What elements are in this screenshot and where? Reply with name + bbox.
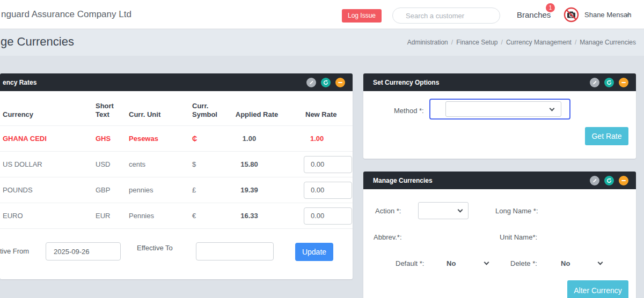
breadcrumb-manage-currencies: Manage Currencies [580,39,636,46]
get-rate-button[interactable]: Get Rate [585,127,628,145]
default-select[interactable]: No [447,259,456,267]
edit-icon[interactable] [590,176,599,185]
breadcrumb-administration[interactable]: Administration [407,39,448,46]
currency-rates-table: Currency Short Text Curr. Unit Curr. Sym… [0,91,353,229]
action-select[interactable] [418,202,469,219]
breadcrumb-currency-management[interactable]: Currency Management [506,39,572,46]
table-row-ghana-cedi: GHANA CEDI GHS Pesewas ₵ 1.00 1.00 [0,126,353,152]
collapse-icon[interactable] [619,78,628,87]
chevron-down-icon[interactable] [484,260,489,265]
column-header-curr-symbol: Curr. Symbol [192,102,230,119]
user-menu[interactable]: Shane Mensah [584,11,631,19]
effective-to-input[interactable] [196,242,274,260]
search-input[interactable] [406,9,494,23]
column-header-short-text: Short Text [96,102,129,119]
column-header-curr-unit: Curr. Unit [129,110,192,119]
customer-search [392,8,500,24]
company-name: nguard Assurance Company Ltd [1,9,131,20]
breadcrumb-finance-setup[interactable]: Finance Setup [456,39,497,46]
method-label: Method *: [394,107,424,115]
delete-label: Delete *: [510,259,537,267]
effective-from-input[interactable] [46,242,121,260]
new-rate-input-gbp[interactable] [304,182,352,199]
table-header-row: Currency Short Text Curr. Unit Curr. Sym… [0,91,353,126]
set-currency-options-title: Set Currency Options [363,79,439,86]
new-rate-input-usd[interactable] [304,156,352,173]
manage-currencies-title: Manage Currencies [363,177,433,184]
branches-badge: 1 [546,3,555,12]
update-button[interactable]: Update [295,243,333,261]
set-currency-options-panel: Set Currency Options Method *: Get Rate [363,73,636,159]
effective-to-label: Effective To [137,244,173,252]
refresh-icon[interactable] [321,78,331,87]
unit-name-label: Unit Name*: [500,233,537,241]
manage-currencies-page: nguard Assurance Company Ltd Log Issue B… [0,0,644,298]
page-title: ge Currencies [1,35,74,49]
nav-branches[interactable]: Branches [517,10,551,19]
column-header-applied-rate: Applied Rate [230,110,294,119]
caret-down-icon [626,14,630,17]
refresh-icon[interactable] [604,176,614,185]
manage-currencies-header: Manage Currencies [363,172,636,189]
table-row-euro: EURO EUR Pennies € 16.33 [0,203,353,229]
column-header-new-rate: New Rate [294,110,353,119]
log-issue-button[interactable]: Log Issue [342,9,382,23]
collapse-icon[interactable] [335,78,345,87]
default-label: Default *: [396,259,424,267]
method-select-focus-ring [429,99,570,120]
set-currency-options-header: Set Currency Options [363,73,636,91]
action-label: Action *: [375,207,401,215]
top-bar: nguard Assurance Company Ltd Log Issue B… [0,0,644,29]
method-select[interactable] [445,101,561,117]
delete-select[interactable]: No [561,259,570,267]
effective-from-label: tive From [0,247,29,255]
currency-rates-panel-header: ency Rates [0,73,353,91]
long-name-label: Long Name *: [495,207,538,215]
chevron-down-icon [458,207,463,213]
no-photo-camera-icon[interactable] [564,7,579,23]
column-header-currency: Currency [0,110,96,119]
table-row-us-dollar: US DOLLAR USD cents $ 15.80 [0,152,353,177]
new-rate-input-eur[interactable] [304,207,352,225]
edit-icon[interactable] [590,78,599,87]
refresh-icon[interactable] [604,78,614,87]
chevron-down-icon [550,106,555,111]
page-header: ge Currencies Administration/Finance Set… [0,29,644,56]
currency-rates-panel-title: ency Rates [0,79,36,86]
breadcrumb: Administration/Finance Setup/Currency Ma… [407,39,636,46]
chevron-down-icon[interactable] [598,260,603,265]
edit-icon[interactable] [306,78,316,87]
table-row-pounds: POUNDS GBP pennies £ 19.39 [0,177,353,203]
alter-currency-button[interactable]: Alter Currency [567,280,628,298]
abbrev-label: Abbrev.*: [374,233,402,241]
manage-currencies-panel: Manage Currencies Action *: Long Name *:… [363,172,636,298]
currency-rates-panel: ency Rates Currency Short Text Curr. Uni… [0,73,353,279]
collapse-icon[interactable] [619,176,628,185]
